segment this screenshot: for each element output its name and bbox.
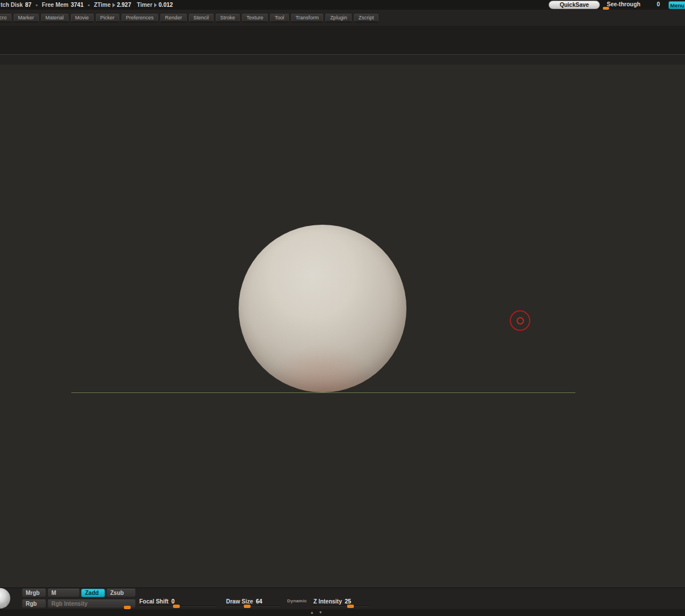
quicksave-button[interactable]: QuickSave bbox=[549, 1, 600, 9]
clipped-shelf-label: ye bbox=[1, 602, 7, 608]
scratch-disk-metric: tch Disk 87 bbox=[1, 2, 31, 8]
see-through-slider[interactable]: See-through 0 bbox=[607, 1, 660, 7]
focal-shift-label: Focal Shift0 bbox=[139, 598, 175, 605]
menu-item-render[interactable]: Render bbox=[160, 14, 187, 22]
timer-arrow-icon bbox=[154, 3, 157, 7]
mrgb-button[interactable]: Mrgb bbox=[22, 589, 46, 597]
z-intensity-track[interactable] bbox=[313, 606, 369, 607]
menu-item-stroke[interactable]: Stroke bbox=[216, 14, 240, 22]
viewport-canvas[interactable] bbox=[0, 64, 685, 587]
draw-size-nub[interactable] bbox=[244, 605, 251, 608]
menu-item-material[interactable]: Material bbox=[41, 14, 68, 22]
menu-item-macro[interactable]: acro bbox=[0, 14, 11, 22]
timer-metric: Timer 0.012 bbox=[137, 2, 173, 8]
menu-item-zplugin[interactable]: Zplugin bbox=[325, 14, 352, 22]
see-through-label: See-through bbox=[607, 1, 640, 7]
rgb-button[interactable]: Rgb bbox=[22, 599, 46, 608]
brush-cursor-inner-icon bbox=[517, 317, 524, 325]
arrow-down-icon[interactable]: ▼ bbox=[319, 610, 323, 615]
draw-size-slider[interactable]: Draw Size64 bbox=[225, 598, 280, 607]
menu-item-transform[interactable]: Transform bbox=[291, 14, 324, 22]
z-intensity-value: 25 bbox=[345, 598, 351, 605]
menu-item-picker[interactable]: Picker bbox=[96, 14, 119, 22]
top-region: tch Disk 87 ● Free Mem 3741 ● ZTime 2.92… bbox=[0, 0, 685, 64]
scratch-disk-value: 87 bbox=[25, 2, 31, 8]
arrow-up-icon[interactable]: ▲ bbox=[310, 610, 314, 615]
top-lower-band bbox=[0, 55, 685, 64]
menu-item-tool[interactable]: Tool bbox=[270, 14, 289, 22]
timer-value: 0.012 bbox=[159, 2, 173, 8]
menu-item-texture[interactable]: Texture bbox=[242, 14, 268, 22]
bottom-edge-strip: ▲ ▼ bbox=[0, 609, 685, 616]
ztime-value: 2.927 bbox=[117, 2, 131, 8]
separator-dot: ● bbox=[35, 0, 38, 10]
menu-item-preferences[interactable]: Preferences bbox=[122, 14, 159, 22]
ztime-metric: ZTime 2.927 bbox=[94, 2, 131, 8]
separator-dot: ● bbox=[87, 0, 90, 10]
zbrush-app: tch Disk 87 ● Free Mem 3741 ● ZTime 2.92… bbox=[0, 0, 685, 616]
z-intensity-slider[interactable]: Z Intensity25 bbox=[313, 598, 369, 607]
dynamic-toggle[interactable]: Dynamic bbox=[287, 598, 307, 603]
focal-shift-slider[interactable]: Focal Shift0 bbox=[139, 598, 216, 607]
brush-cursor-icon bbox=[510, 310, 530, 331]
tray-toggle-arrows[interactable]: ▲ ▼ bbox=[310, 610, 323, 615]
see-through-slider-nub[interactable] bbox=[603, 7, 609, 10]
rgb-intensity-label: Rgb Intensity bbox=[51, 601, 87, 607]
see-through-value: 0 bbox=[656, 1, 660, 7]
m-button[interactable]: M bbox=[47, 589, 80, 597]
zsub-button[interactable]: Zsub bbox=[106, 589, 136, 597]
rgb-intensity-slider[interactable]: Rgb Intensity bbox=[47, 599, 136, 608]
menu-bar: acro Marker Material Movie Picker Prefer… bbox=[0, 14, 378, 22]
menu-item-marker[interactable]: Marker bbox=[14, 14, 39, 22]
menu-item-movie[interactable]: Movie bbox=[71, 14, 94, 22]
draw-size-track[interactable] bbox=[225, 606, 280, 607]
ztime-label: ZTime bbox=[94, 2, 110, 8]
upper-shelf-band bbox=[0, 26, 685, 54]
menu-item-stencil[interactable]: Stencil bbox=[189, 14, 213, 22]
scratch-disk-label: tch Disk bbox=[1, 2, 23, 8]
sphere-model[interactable] bbox=[239, 225, 406, 392]
draw-size-label: Draw Size64 bbox=[226, 598, 262, 605]
free-mem-value: 3741 bbox=[71, 2, 83, 8]
menu-toggle-button[interactable]: Menu bbox=[668, 1, 685, 9]
focal-shift-nub[interactable] bbox=[173, 605, 180, 608]
bottom-toolbar: ye Mrgb M Zadd Zsub Rgb Rgb Intensity Fo… bbox=[0, 587, 685, 616]
draw-size-value: 64 bbox=[256, 598, 262, 605]
z-intensity-label: Z Intensity25 bbox=[313, 598, 351, 605]
ztime-arrow-icon bbox=[112, 3, 115, 7]
zadd-button[interactable]: Zadd bbox=[81, 589, 105, 597]
menu-item-zscript[interactable]: Zscript bbox=[354, 14, 378, 22]
timer-label: Timer bbox=[137, 2, 152, 8]
focal-shift-value: 0 bbox=[171, 598, 175, 605]
free-mem-metric: Free Mem 3741 bbox=[42, 2, 83, 8]
free-mem-label: Free Mem bbox=[42, 2, 68, 8]
floor-grid-line bbox=[71, 392, 575, 393]
z-intensity-nub[interactable] bbox=[347, 605, 354, 608]
